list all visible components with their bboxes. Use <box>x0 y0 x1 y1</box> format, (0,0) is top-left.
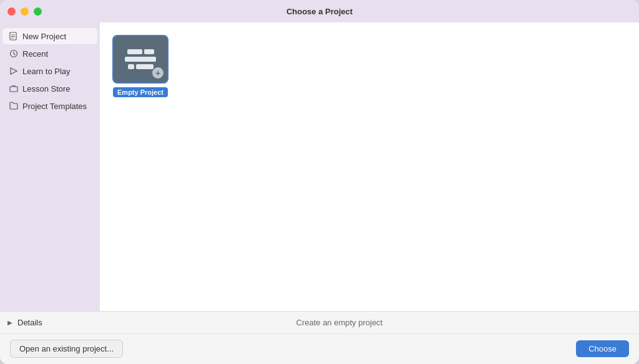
sidebar-item-recent-label: Recent <box>22 49 48 59</box>
choose-button[interactable]: Choose <box>576 340 629 357</box>
svg-rect-6 <box>10 87 17 92</box>
project-label: Empty Project <box>113 87 168 97</box>
details-description: Create an empty project <box>47 318 632 327</box>
track-block <box>136 64 154 69</box>
sidebar-item-project-templates-label: Project Templates <box>22 102 87 111</box>
titlebar-buttons <box>7 7 42 16</box>
main-panel: + Empty Project <box>100 22 639 311</box>
track-block <box>144 49 154 54</box>
maximize-button[interactable] <box>34 7 42 16</box>
lesson-store-icon <box>9 84 19 93</box>
track-row-3 <box>128 64 154 69</box>
details-row: ▶ Details Create an empty project <box>0 312 639 334</box>
track-block <box>128 64 134 69</box>
sidebar-item-lesson-store[interactable]: Lesson Store <box>2 80 97 97</box>
project-templates-icon <box>9 101 19 111</box>
sidebar-item-project-templates[interactable]: Project Templates <box>2 98 97 114</box>
sidebar-item-lesson-store-label: Lesson Store <box>22 84 71 93</box>
minimize-button[interactable] <box>21 7 29 16</box>
bottom-bar: ▶ Details Create an empty project Open a… <box>0 311 639 364</box>
track-row-1 <box>127 49 154 54</box>
sidebar-item-learn-to-play[interactable]: Learn to Play <box>2 63 97 79</box>
details-label: Details <box>17 318 42 327</box>
track-row-2 <box>125 57 156 62</box>
open-existing-button[interactable]: Open an existing project... <box>10 340 123 358</box>
project-card-empty[interactable]: + Empty Project <box>112 35 168 97</box>
main-area: New Project Recent <box>0 22 639 364</box>
close-button[interactable] <box>7 7 16 16</box>
sidebar: New Project Recent <box>0 22 100 311</box>
sidebar-item-recent[interactable]: Recent <box>2 46 97 62</box>
projects-area: + Empty Project <box>100 22 639 311</box>
sidebar-item-learn-to-play-label: Learn to Play <box>22 67 71 76</box>
details-chevron-icon: ▶ <box>7 319 12 326</box>
titlebar: Choose a Project <box>0 0 639 22</box>
app-window: Choose a Project New Project <box>0 0 639 364</box>
sidebar-item-new-project-label: New Project <box>22 32 66 41</box>
recent-icon <box>9 49 19 59</box>
window-title: Choose a Project <box>286 7 353 16</box>
track-block <box>125 57 156 62</box>
actions-row: Open an existing project... Choose <box>0 334 639 364</box>
svg-marker-5 <box>11 68 17 74</box>
thumbnail-tracks <box>125 49 156 69</box>
plus-badge: + <box>152 67 163 79</box>
content-row: New Project Recent <box>0 22 639 311</box>
project-thumbnail: + <box>112 35 168 84</box>
track-block <box>127 49 142 54</box>
new-project-icon <box>9 31 19 41</box>
learn-to-play-icon <box>9 66 19 76</box>
sidebar-item-new-project[interactable]: New Project <box>2 28 97 44</box>
